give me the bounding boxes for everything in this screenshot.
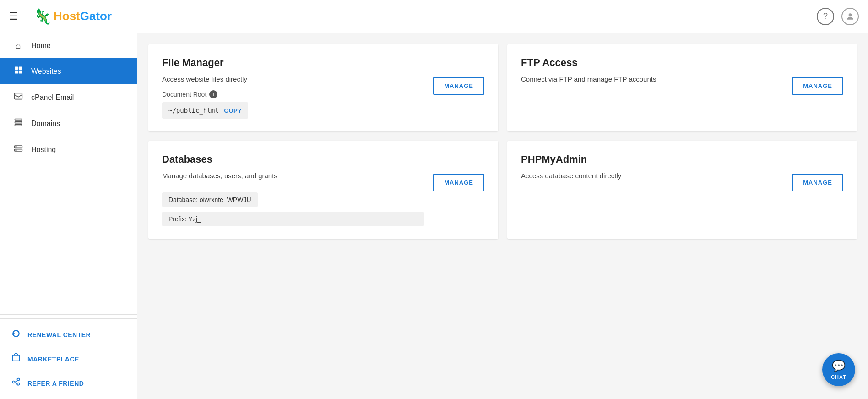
svg-rect-8 <box>15 124 22 126</box>
header-actions: ? <box>817 8 859 25</box>
sidebar-item-refer-a-friend[interactable]: REFER A FRIEND <box>0 371 137 395</box>
databases-title: Databases <box>162 153 484 165</box>
header-divider <box>26 7 26 26</box>
file-manager-description: Access website files directly <box>162 75 424 83</box>
layout: ⌂ Home Websites cPanel Email <box>0 33 868 399</box>
header: ☰ 🦎 HostGator ? <box>0 0 868 33</box>
databases-left: Manage databases, users, and grants Data… <box>162 172 424 226</box>
svg-point-0 <box>849 13 852 16</box>
logo-text: HostGator <box>54 9 112 23</box>
svg-line-15 <box>15 383 17 384</box>
doc-root-path: ~/public_html <box>168 107 219 114</box>
sidebar-item-hosting[interactable]: Hosting <box>0 137 137 163</box>
sidebar-item-home[interactable]: ⌂ Home <box>0 33 137 58</box>
phpmyadmin-manage-button[interactable]: MANAGE <box>792 174 843 191</box>
phpmyadmin-title: PHPMyAdmin <box>521 153 843 165</box>
databases-description: Manage databases, users, and grants <box>162 172 424 180</box>
databases-manage-button[interactable]: MANAGE <box>433 174 484 191</box>
database-name-tag: Database: oiwrxnte_WPWJU <box>162 192 258 207</box>
sidebar-item-cpanel-email-label: cPanel Email <box>31 93 74 102</box>
sidebar-item-renewal-center-label: RENEWAL CENTER <box>27 331 91 339</box>
logo-gator-text: Gator <box>80 9 112 23</box>
svg-rect-4 <box>19 71 22 74</box>
svg-rect-1 <box>15 67 18 70</box>
phpmyadmin-card: PHPMyAdmin Access database content direc… <box>507 141 857 239</box>
sidebar-item-domains-label: Domains <box>31 120 60 128</box>
help-button[interactable]: ? <box>817 8 834 25</box>
refer-a-friend-icon <box>11 377 21 389</box>
phpmyadmin-left: Access database content directly <box>521 172 783 187</box>
ftp-access-card: FTP Access Connect via FTP and manage FT… <box>507 44 857 131</box>
chat-fab-button[interactable]: 💬 CHAT <box>822 353 855 386</box>
databases-body: Manage databases, users, and grants Data… <box>162 172 484 226</box>
file-manager-card: File Manager Access website files direct… <box>148 44 498 131</box>
marketplace-icon <box>11 353 21 365</box>
logo-host: Host <box>54 9 80 23</box>
home-icon: ⌂ <box>13 40 24 51</box>
sidebar-item-home-label: Home <box>31 42 51 50</box>
sidebar-item-refer-a-friend-label: REFER A FRIEND <box>27 380 84 387</box>
sidebar-item-websites[interactable]: Websites <box>0 58 137 84</box>
sidebar-item-domains[interactable]: Domains <box>0 110 137 137</box>
logo-gator-emoji: 🦎 <box>33 8 52 25</box>
file-manager-body: Access website files directly Document R… <box>162 75 484 119</box>
cards-grid: File Manager Access website files direct… <box>148 44 857 239</box>
sidebar-item-renewal-center[interactable]: RENEWAL CENTER <box>0 322 137 347</box>
websites-icon <box>13 66 24 77</box>
ftp-access-manage-button[interactable]: MANAGE <box>792 77 843 95</box>
databases-card: Databases Manage databases, users, and g… <box>148 141 498 239</box>
sidebar-nav: ⌂ Home Websites cPanel Email <box>0 33 137 311</box>
svg-rect-5 <box>15 93 22 99</box>
sidebar-bottom: RENEWAL CENTER MARKETPLACE REFER A FRIEN… <box>0 318 137 399</box>
renewal-center-icon <box>11 329 21 340</box>
sidebar-item-hosting-label: Hosting <box>31 146 56 154</box>
cpanel-email-icon <box>13 92 24 103</box>
hosting-icon <box>13 144 24 155</box>
svg-rect-7 <box>15 121 22 123</box>
user-profile-button[interactable] <box>841 8 859 25</box>
svg-rect-6 <box>15 119 22 120</box>
sidebar-item-marketplace-label: MARKETPLACE <box>27 355 79 363</box>
sidebar-item-cpanel-email[interactable]: cPanel Email <box>0 84 137 110</box>
sidebar-item-marketplace[interactable]: MARKETPLACE <box>0 347 137 371</box>
sidebar-divider <box>0 314 137 315</box>
file-manager-manage-button[interactable]: MANAGE <box>433 77 484 95</box>
chat-label: CHAT <box>831 374 846 380</box>
ftp-access-title: FTP Access <box>521 57 843 69</box>
phpmyadmin-description: Access database content directly <box>521 172 783 180</box>
menu-icon[interactable]: ☰ <box>9 11 18 22</box>
svg-point-11 <box>16 146 16 147</box>
domains-icon <box>13 118 24 129</box>
copy-button[interactable]: COPY <box>224 107 242 114</box>
svg-point-12 <box>16 150 16 151</box>
doc-root-label: Document Root i <box>162 90 424 98</box>
sidebar: ⌂ Home Websites cPanel Email <box>0 33 137 399</box>
sidebar-item-websites-label: Websites <box>31 67 61 76</box>
file-manager-title: File Manager <box>162 57 484 69</box>
svg-rect-3 <box>15 71 18 74</box>
database-prefix-tag: Prefix: Yzj_ <box>162 212 424 226</box>
chat-bubble-icon: 💬 <box>832 360 846 372</box>
logo: 🦎 HostGator <box>33 8 112 25</box>
svg-rect-2 <box>19 67 22 70</box>
main-content: File Manager Access website files direct… <box>137 33 868 399</box>
svg-line-14 <box>15 381 17 383</box>
doc-root-info-icon[interactable]: i <box>209 90 217 98</box>
svg-rect-13 <box>13 355 20 361</box>
ftp-access-description: Connect via FTP and manage FTP accounts <box>521 75 783 83</box>
file-manager-left: Access website files directly Document R… <box>162 75 424 119</box>
ftp-access-left: Connect via FTP and manage FTP accounts <box>521 75 783 90</box>
phpmyadmin-body: Access database content directly MANAGE <box>521 172 843 191</box>
ftp-access-body: Connect via FTP and manage FTP accounts … <box>521 75 843 95</box>
doc-root-value: ~/public_html COPY <box>162 102 248 119</box>
